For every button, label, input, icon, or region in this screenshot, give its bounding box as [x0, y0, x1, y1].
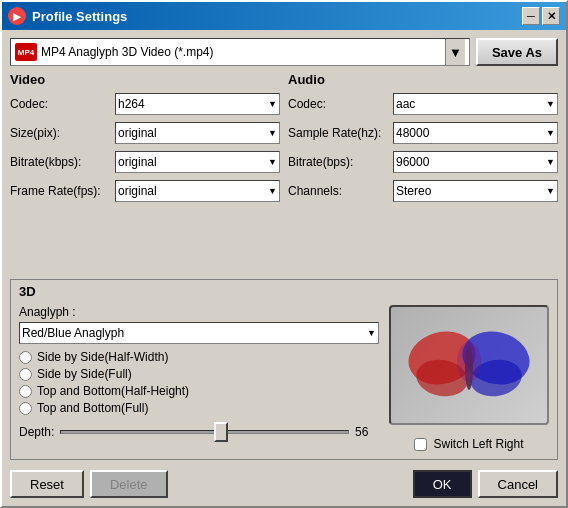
radio-side-full-input[interactable] — [19, 368, 32, 381]
radio-top-full-input[interactable] — [19, 402, 32, 415]
depth-label: Depth: — [19, 425, 54, 439]
btn-group-right: OK Cancel — [413, 470, 558, 498]
video-framerate-select-wrapper[interactable]: original 24 25 30 — [115, 180, 280, 202]
audio-channels-row: Channels: Stereo Mono 5.1 — [288, 180, 558, 202]
video-size-select-wrapper[interactable]: original 1920x1080 1280x720 — [115, 122, 280, 144]
video-codec-row: Codec: h264 h265 mpeg4 xvid — [10, 93, 280, 115]
audio-codec-select[interactable]: aac mp3 ac3 — [393, 93, 558, 115]
radio-group: Side by Side(Half-Width) Side by Side(Fu… — [19, 350, 379, 415]
window-title: Profile Settings — [32, 9, 520, 24]
audio-channels-label: Channels: — [288, 184, 393, 198]
switch-row: Switch Left Right — [414, 437, 523, 451]
audio-samplerate-select-wrapper[interactable]: 48000 44100 32000 — [393, 122, 558, 144]
depth-slider[interactable] — [60, 430, 349, 434]
radio-top-half[interactable]: Top and Bottom(Half-Height) — [19, 384, 379, 398]
anaglyph-label: Anaglyph : — [19, 305, 379, 319]
audio-samplerate-row: Sample Rate(hz): 48000 44100 32000 — [288, 122, 558, 144]
video-bitrate-select[interactable]: original 500 1000 2000 — [115, 151, 280, 173]
minimize-button[interactable]: ─ — [522, 7, 540, 25]
preset-select-wrapper: MP4 MP4 Anaglyph 3D Video (*.mp4) ▼ — [10, 38, 470, 66]
switch-left-right-label: Switch Left Right — [433, 437, 523, 451]
anaglyph-select-wrapper[interactable]: Red/Blue Anaglyph Red/Green Anaglyph Red… — [19, 322, 379, 344]
audio-samplerate-select[interactable]: 48000 44100 32000 — [393, 122, 558, 144]
switch-left-right-checkbox[interactable] — [414, 438, 427, 451]
radio-top-full[interactable]: Top and Bottom(Full) — [19, 401, 379, 415]
audio-channels-select-wrapper[interactable]: Stereo Mono 5.1 — [393, 180, 558, 202]
audio-bitrate-select[interactable]: 96000 128000 192000 — [393, 151, 558, 173]
radio-side-full[interactable]: Side by Side(Full) — [19, 367, 379, 381]
btn-group-left: Reset Delete — [10, 470, 168, 498]
radio-top-half-label: Top and Bottom(Half-Height) — [37, 384, 189, 398]
threed-section-title: 3D — [19, 284, 549, 299]
anaglyph-select[interactable]: Red/Blue Anaglyph Red/Green Anaglyph Red… — [19, 322, 379, 344]
preset-dropdown-button[interactable]: ▼ — [445, 39, 465, 65]
bottom-buttons: Reset Delete OK Cancel — [10, 466, 558, 498]
main-window: ▶ Profile Settings ─ ✕ MP4 MP4 Anaglyph … — [0, 0, 568, 508]
depth-value: 56 — [355, 425, 379, 439]
butterfly-svg — [404, 320, 534, 410]
threed-left: Anaglyph : Red/Blue Anaglyph Red/Green A… — [19, 305, 379, 439]
audio-bitrate-row: Bitrate(bps): 96000 128000 192000 — [288, 151, 558, 173]
audio-codec-row: Codec: aac mp3 ac3 — [288, 93, 558, 115]
video-bitrate-label: Bitrate(kbps): — [10, 155, 115, 169]
audio-bitrate-select-wrapper[interactable]: 96000 128000 192000 — [393, 151, 558, 173]
panels: Video Codec: h264 h265 mpeg4 xvid Size(p… — [10, 72, 558, 269]
app-icon: ▶ — [8, 7, 26, 25]
video-framerate-select[interactable]: original 24 25 30 — [115, 180, 280, 202]
main-content: MP4 MP4 Anaglyph 3D Video (*.mp4) ▼ Save… — [2, 30, 566, 506]
video-panel: Video Codec: h264 h265 mpeg4 xvid Size(p… — [10, 72, 280, 269]
video-framerate-label: Frame Rate(fps): — [10, 184, 115, 198]
video-framerate-row: Frame Rate(fps): original 24 25 30 — [10, 180, 280, 202]
top-bar: MP4 MP4 Anaglyph 3D Video (*.mp4) ▼ Save… — [10, 38, 558, 66]
radio-top-half-input[interactable] — [19, 385, 32, 398]
audio-section-title: Audio — [288, 72, 558, 87]
audio-codec-label: Codec: — [288, 97, 393, 111]
threed-section: 3D Anaglyph : Red/Blue Anaglyph Red/Gree… — [10, 279, 558, 460]
video-bitrate-select-wrapper[interactable]: original 500 1000 2000 — [115, 151, 280, 173]
close-button[interactable]: ✕ — [542, 7, 560, 25]
radio-side-half-input[interactable] — [19, 351, 32, 364]
preset-value: MP4 Anaglyph 3D Video (*.mp4) — [41, 45, 445, 59]
title-bar: ▶ Profile Settings ─ ✕ — [2, 2, 566, 30]
reset-button[interactable]: Reset — [10, 470, 84, 498]
delete-button[interactable]: Delete — [90, 470, 168, 498]
cancel-button[interactable]: Cancel — [478, 470, 558, 498]
radio-side-full-label: Side by Side(Full) — [37, 367, 132, 381]
video-codec-select[interactable]: h264 h265 mpeg4 xvid — [115, 93, 280, 115]
video-codec-label: Codec: — [10, 97, 115, 111]
audio-bitrate-label: Bitrate(bps): — [288, 155, 393, 169]
save-as-button[interactable]: Save As — [476, 38, 558, 66]
video-size-row: Size(pix): original 1920x1080 1280x720 — [10, 122, 280, 144]
video-size-select[interactable]: original 1920x1080 1280x720 — [115, 122, 280, 144]
video-codec-select-wrapper[interactable]: h264 h265 mpeg4 xvid — [115, 93, 280, 115]
radio-side-half[interactable]: Side by Side(Half-Width) — [19, 350, 379, 364]
audio-codec-select-wrapper[interactable]: aac mp3 ac3 — [393, 93, 558, 115]
svg-point-5 — [457, 342, 481, 382]
radio-side-half-label: Side by Side(Half-Width) — [37, 350, 168, 364]
audio-channels-select[interactable]: Stereo Mono 5.1 — [393, 180, 558, 202]
video-section-title: Video — [10, 72, 280, 87]
radio-top-full-label: Top and Bottom(Full) — [37, 401, 148, 415]
audio-panel: Audio Codec: aac mp3 ac3 Sample Rate(hz)… — [288, 72, 558, 269]
video-size-label: Size(pix): — [10, 126, 115, 140]
mp4-icon: MP4 — [15, 43, 37, 61]
depth-row: Depth: 56 — [19, 425, 379, 439]
butterfly-preview — [389, 305, 549, 425]
audio-samplerate-label: Sample Rate(hz): — [288, 126, 393, 140]
ok-button[interactable]: OK — [413, 470, 472, 498]
video-bitrate-row: Bitrate(kbps): original 500 1000 2000 — [10, 151, 280, 173]
